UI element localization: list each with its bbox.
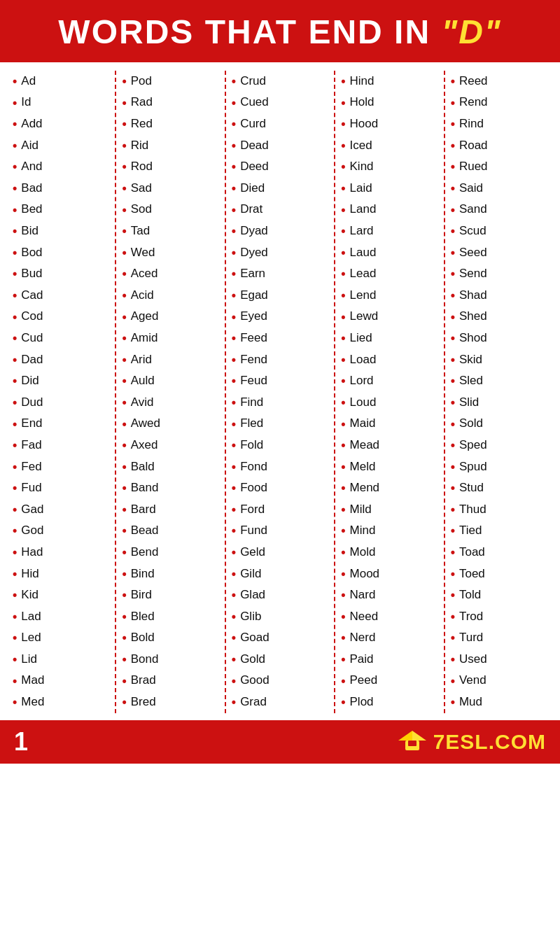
word-text: Bend (131, 542, 159, 563)
list-item: •Rad (122, 92, 218, 114)
word-text: Sad (131, 178, 152, 199)
bullet: • (122, 456, 126, 478)
word-text: Hold (350, 92, 374, 113)
bullet: • (451, 477, 455, 499)
word-text: And (21, 157, 42, 177)
bullet: • (451, 627, 455, 649)
list-item: •Bead (122, 520, 218, 542)
bullet: • (13, 113, 17, 135)
list-item: •Hood (341, 113, 438, 135)
list-item: •Bond (122, 649, 218, 671)
bullet: • (13, 135, 17, 157)
word-text: Dyed (240, 243, 268, 263)
list-item: •Bod (13, 242, 109, 264)
page-number: 1 (14, 727, 28, 757)
bullet: • (232, 242, 236, 264)
word-text: Lied (350, 328, 372, 349)
word-text: Bind (131, 564, 155, 584)
word-text: Aced (131, 264, 158, 284)
list-item: •Toed (451, 563, 547, 585)
list-item: •Gad (13, 499, 109, 521)
bullet: • (341, 349, 345, 371)
list-item: •Lead (341, 263, 438, 285)
word-text: Axed (131, 435, 158, 456)
bullet: • (341, 563, 345, 585)
list-item: •Used (451, 649, 547, 671)
bullet: • (122, 392, 126, 414)
list-item: •Fed (13, 456, 109, 478)
word-text: Shed (459, 307, 487, 327)
list-item: •Mud (451, 692, 547, 713)
word-text: Mold (350, 542, 376, 563)
word-text: Maid (350, 414, 376, 434)
bullet: • (232, 584, 236, 606)
bullet: • (451, 199, 455, 221)
bullet: • (341, 520, 345, 542)
bullet: • (341, 606, 345, 628)
word-text: Laud (350, 243, 377, 263)
list-item: •Food (232, 477, 328, 499)
bullet: • (232, 178, 236, 199)
bullet: • (341, 113, 345, 135)
list-item: •Mead (341, 435, 438, 456)
word-text: Bad (21, 178, 42, 199)
list-item: •Earn (232, 263, 328, 285)
list-item: •Sod (122, 199, 218, 221)
bullet: • (13, 499, 17, 521)
bullet: • (13, 349, 17, 371)
bullet: • (122, 649, 126, 671)
list-item: •Rued (451, 156, 547, 178)
list-item: •Bid (13, 220, 109, 242)
word-text: Avid (131, 393, 154, 413)
word-text: Plod (350, 692, 374, 713)
word-text: Iced (350, 136, 372, 156)
bullet: • (122, 584, 126, 606)
bullet: • (451, 92, 455, 114)
word-text: Hood (350, 114, 379, 134)
bullet: • (122, 113, 126, 135)
word-text: Lad (21, 607, 41, 627)
list-item: •Reed (451, 71, 547, 92)
list-item: •Bled (122, 606, 218, 628)
word-text: Fund (240, 521, 267, 541)
list-item: •Send (451, 263, 547, 285)
bullet: • (13, 156, 17, 178)
bullet: • (13, 178, 17, 199)
bullet: • (122, 370, 126, 392)
list-item: •Lard (341, 220, 438, 242)
bullet: • (13, 456, 17, 478)
word-text: Pod (131, 71, 152, 92)
list-item: •Road (451, 135, 547, 157)
list-item: •Id (13, 92, 109, 114)
word-text: Used (459, 650, 487, 670)
word-text: Fold (240, 435, 263, 456)
bullet: • (13, 563, 17, 585)
list-item: •Bald (122, 456, 218, 478)
bullet: • (232, 220, 236, 242)
logo-text: 7ESL.COM (433, 730, 546, 754)
list-item: •Lewd (341, 307, 438, 328)
list-item: •Fled (232, 414, 328, 435)
list-item: •Bud (13, 263, 109, 285)
bullet: • (232, 263, 236, 285)
word-text: Paid (350, 650, 374, 670)
word-text: Bead (131, 521, 159, 541)
word-text: Fend (240, 350, 267, 370)
bullet: • (232, 627, 236, 649)
bullet: • (341, 220, 345, 242)
bullet: • (451, 435, 455, 456)
list-item: •Mold (341, 542, 438, 563)
list-item: •Avid (122, 392, 218, 414)
list-item: •Dud (13, 392, 109, 414)
bullet: • (122, 307, 126, 328)
word-text: Rind (459, 114, 484, 134)
word-text: Med (21, 692, 44, 713)
bullet: • (451, 520, 455, 542)
list-item: •Arid (122, 349, 218, 371)
list-item: •Red (122, 113, 218, 135)
list-item: •Brad (122, 671, 218, 692)
word-text: Skid (459, 350, 482, 370)
list-item: •Ad (13, 71, 109, 92)
word-text: Mud (459, 692, 482, 713)
list-item: •Hid (13, 563, 109, 585)
